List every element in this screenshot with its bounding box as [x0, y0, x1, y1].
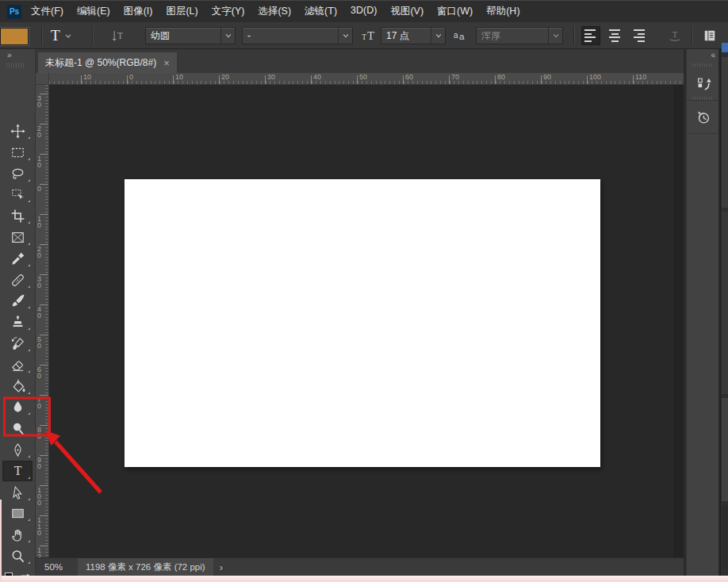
zoom-tool-icon[interactable] — [2, 546, 33, 566]
spot-healing-brush-tool-icon[interactable] — [2, 270, 33, 290]
anti-alias-icon: aa — [450, 22, 469, 49]
font-family-select[interactable]: 幼圆 — [145, 27, 236, 44]
svg-text:a: a — [459, 31, 465, 41]
chevron-down-icon — [548, 28, 562, 44]
svg-text:T: T — [117, 31, 123, 41]
separator — [41, 26, 43, 45]
ruler-corner[interactable] — [36, 73, 49, 85]
panel-grip — [692, 97, 713, 100]
text-color-swatch[interactable] — [0, 28, 29, 45]
type-tool-icon[interactable]: T — [2, 461, 33, 481]
ruler-label: 10 — [83, 73, 91, 81]
font-size-icon: TT — [358, 22, 377, 49]
toggle-panels-icon[interactable] — [699, 22, 720, 49]
align-right-icon[interactable] — [629, 26, 648, 45]
chevron-down-icon — [220, 28, 235, 44]
dock-collapse-icon[interactable]: « — [711, 51, 715, 59]
menu-item[interactable]: 选择(S) — [258, 5, 291, 18]
ruler-label: 50 — [359, 73, 367, 81]
ruler-tick — [311, 75, 312, 84]
path-selection-tool-icon[interactable] — [2, 482, 33, 503]
scrollbar-track[interactable] — [673, 85, 684, 557]
ruler-tick — [81, 75, 82, 84]
menu-item[interactable]: 文件(F) — [31, 5, 63, 18]
ruler-label: 7 0 — [37, 396, 41, 409]
blur-tool-icon[interactable] — [2, 396, 33, 417]
menu-item[interactable]: 窗口(W) — [437, 5, 473, 18]
menu-item[interactable]: 3D(D) — [351, 5, 377, 18]
rectangular-marquee-tool-icon[interactable] — [2, 142, 33, 163]
ruler-label: 40 — [313, 73, 321, 81]
text-orientation-icon[interactable]: T — [108, 22, 130, 49]
status-chevron-icon[interactable]: › — [220, 561, 223, 573]
panel-dock: « — [686, 49, 718, 576]
document-tab[interactable]: 未标题-1 @ 50%(RGB/8#) × — [38, 52, 177, 73]
svg-text:T: T — [362, 32, 366, 40]
horizontal-ruler[interactable]: 100102030405060708090100110 — [49, 73, 684, 85]
ruler-tick — [173, 75, 174, 84]
paint-bucket-tool-icon[interactable] — [2, 376, 33, 396]
separator — [692, 26, 693, 45]
history-panel-icon[interactable] — [687, 101, 719, 134]
tab-close-icon[interactable]: × — [163, 57, 170, 69]
ruler-label: 1 0 0 — [37, 487, 41, 506]
separator — [573, 26, 575, 45]
status-bar: 50% 1198 像素 x 726 像素 (72 ppi) › — [36, 557, 684, 576]
canvas[interactable] — [125, 179, 600, 467]
anti-alias-value: 浑厚 — [477, 29, 548, 43]
pen-tool-icon[interactable] — [2, 439, 33, 460]
ruler-tick — [357, 75, 358, 84]
font-size-select[interactable]: 17 点 — [381, 27, 446, 44]
ruler-tick — [403, 75, 404, 84]
document-info: 1198 像素 x 726 像素 (72 ppi) — [78, 558, 213, 576]
layer-comps-panel-icon[interactable] — [687, 68, 719, 101]
vertical-ruler[interactable]: 3 02 01 001 02 03 04 05 06 07 08 09 01 0… — [36, 85, 49, 557]
svg-text:T: T — [367, 29, 374, 41]
eyedropper-tool-icon[interactable] — [2, 248, 33, 269]
ruler-tick — [633, 75, 634, 84]
chevron-down-icon — [338, 28, 352, 44]
font-style-select[interactable]: - — [242, 27, 353, 44]
crop-tool-icon[interactable] — [2, 205, 33, 226]
anti-alias-select[interactable]: 浑厚 — [476, 27, 563, 44]
menu-item[interactable]: 图像(I) — [124, 5, 153, 18]
ruler-label: 2 0 — [37, 246, 41, 258]
ruler-label: 70 — [451, 73, 459, 81]
clone-stamp-tool-icon[interactable] — [2, 312, 33, 332]
menu-item[interactable]: 图层(L) — [166, 5, 197, 18]
menu-item[interactable]: 滤镜(T) — [305, 5, 337, 18]
dodge-tool-icon[interactable] — [2, 418, 33, 438]
align-center-icon[interactable] — [605, 26, 624, 45]
ruler-label: 110 — [635, 73, 646, 81]
font-size-value: 17 点 — [381, 29, 431, 43]
align-left-icon[interactable] — [581, 26, 600, 45]
tool-preset-button[interactable]: T — [51, 22, 79, 49]
toolbar-collapse-icon[interactable]: » — [0, 51, 36, 62]
lasso-tool-icon[interactable] — [2, 163, 33, 184]
history-brush-tool-icon[interactable] — [2, 333, 33, 354]
menu-item[interactable]: 视图(V) — [390, 5, 423, 18]
brush-tool-icon[interactable] — [2, 290, 33, 311]
menu-item[interactable]: 帮助(H) — [486, 5, 519, 18]
ruler-label: 6 0 — [37, 366, 41, 379]
frame-tool-icon[interactable] — [2, 227, 33, 247]
ruler-label: 90 — [543, 73, 551, 81]
object-selection-tool-icon[interactable] — [2, 184, 33, 205]
hand-tool-icon[interactable] — [2, 524, 33, 545]
eraser-tool-icon[interactable] — [2, 354, 33, 375]
ruler-tick — [265, 75, 266, 84]
ruler-label: 3 0 — [37, 276, 41, 289]
rectangle-tool-icon[interactable] — [2, 503, 33, 523]
ruler-label: 2 0 — [37, 125, 41, 138]
svg-text:T: T — [13, 464, 21, 477]
separator — [92, 26, 94, 45]
zoom-level-field[interactable]: 50% — [44, 562, 75, 572]
menu-item[interactable]: 编辑(E) — [77, 5, 110, 18]
pasteboard[interactable] — [49, 85, 684, 557]
menu-item[interactable]: 文字(Y) — [212, 5, 245, 18]
ruler-tick — [449, 75, 450, 84]
move-tool-icon[interactable] — [2, 121, 33, 141]
tab-bar: 未标题-1 @ 50%(RGB/8#) × — [36, 49, 684, 73]
photoshop-logo-icon[interactable]: Ps — [7, 5, 21, 19]
collapsed-panel-fragment — [722, 43, 728, 52]
